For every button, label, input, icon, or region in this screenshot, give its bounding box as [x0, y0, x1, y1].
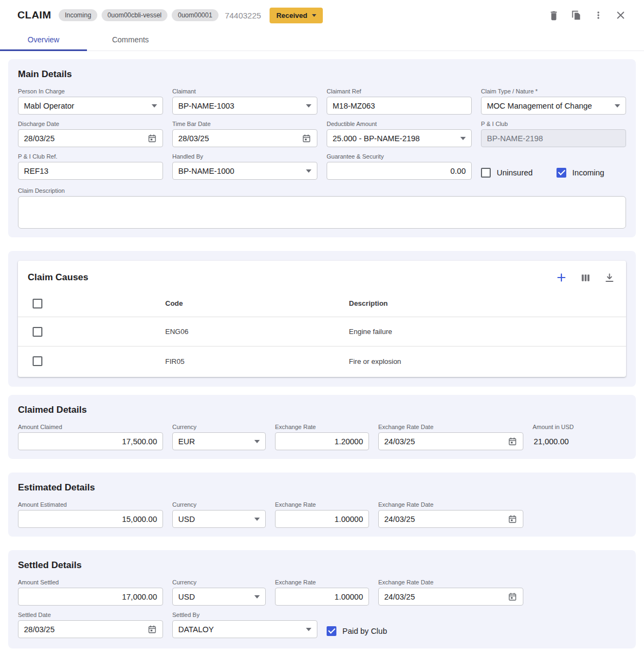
incoming-checkbox[interactable]: Incoming — [557, 168, 604, 178]
field-label: Settled By — [172, 612, 317, 618]
p-and-i-club-ref-input[interactable] — [18, 162, 163, 180]
time-bar-date-input[interactable] — [172, 129, 317, 147]
kebab-menu-icon — [593, 10, 604, 21]
settled-details-section: Settled Details Amount Settled Currency … — [8, 550, 636, 648]
field-guarantee-security: Guarantee & Security — [327, 153, 472, 181]
estimated-exchange-rate-date-input[interactable] — [378, 510, 523, 528]
calendar-icon[interactable] — [302, 134, 311, 143]
field-person-in-charge: Person In Charge Mabl Operator — [18, 88, 163, 115]
row-checkbox[interactable] — [33, 356, 42, 366]
field-estimated-exchange-rate: Exchange Rate — [275, 501, 369, 528]
calendar-icon[interactable] — [508, 592, 517, 602]
calendar-icon[interactable] — [508, 514, 517, 524]
settled-exchange-rate-date-input[interactable] — [378, 588, 523, 606]
field-label: Claim Type / Nature * — [481, 88, 626, 95]
chevron-down-icon — [615, 104, 620, 108]
claimed-exchange-rate-input[interactable] — [275, 432, 369, 450]
amount-settled-input[interactable] — [18, 588, 163, 606]
field-claimed-currency: Currency EUR — [172, 424, 266, 450]
uninsured-checkbox[interactable]: Uninsured — [481, 168, 533, 178]
checkbox-checked-icon — [557, 168, 566, 178]
claimant-ref-input[interactable] — [327, 97, 472, 115]
claimant-select[interactable]: BP-NAME-1003 — [172, 97, 317, 115]
table-row[interactable]: ENG06 Engine failure — [18, 317, 626, 347]
field-label: Time Bar Date — [172, 121, 317, 127]
field-label: Person In Charge — [18, 88, 163, 95]
p-and-i-club-readonly: BP-NAME-2198 — [481, 129, 626, 147]
claimed-currency-select[interactable]: EUR — [172, 432, 266, 450]
close-button[interactable] — [614, 8, 628, 22]
estimated-currency-select[interactable]: USD — [172, 510, 266, 528]
chevron-down-icon — [460, 137, 466, 140]
claim-causes-section: Claim Causes Code Description ENG06 Engi… — [8, 251, 636, 387]
field-settled-currency: Currency USD — [172, 579, 266, 606]
amount-in-usd-value: 21,000.00 — [533, 432, 620, 450]
table-header-row: Code Description — [18, 290, 626, 317]
window-header: CLAIM Incoming 0uom00cbli-vessel 0uom000… — [0, 0, 644, 30]
status-dropdown-button[interactable]: Received — [270, 8, 323, 23]
chevron-down-icon — [306, 169, 311, 173]
field-label: P & I Club Ref. — [18, 153, 163, 160]
column-header-description: Description — [349, 299, 626, 307]
handled-by-select[interactable]: BP-NAME-1000 — [172, 162, 317, 180]
field-time-bar-date: Time Bar Date — [172, 121, 317, 147]
field-label: Exchange Rate Date — [378, 501, 523, 508]
card-title: Claim Causes — [28, 272, 89, 283]
settled-exchange-rate-input[interactable] — [275, 588, 369, 606]
calendar-icon[interactable] — [147, 625, 157, 634]
section-title: Main Details — [18, 69, 626, 80]
select-all-checkbox[interactable] — [33, 299, 42, 308]
calendar-icon[interactable] — [508, 437, 517, 446]
guarantee-security-input[interactable] — [327, 162, 472, 180]
field-label: Guarantee & Security — [327, 153, 472, 160]
settled-by-select[interactable]: DATALOY — [172, 620, 317, 638]
field-label: Discharge Date — [18, 121, 163, 127]
field-label: Deductible Amount — [327, 121, 472, 127]
field-discharge-date: Discharge Date — [18, 121, 163, 147]
chevron-down-icon — [312, 14, 316, 17]
vessel-badge: 0uom00cbli-vessel — [102, 9, 167, 21]
delete-button[interactable] — [547, 8, 561, 22]
duplicate-button[interactable] — [569, 8, 583, 22]
claim-type-select[interactable]: MOC Management of Change — [481, 97, 626, 115]
add-icon — [555, 272, 567, 284]
cause-code-cell: FIR05 — [165, 357, 349, 366]
export-button[interactable] — [602, 270, 616, 285]
settled-currency-select[interactable]: USD — [172, 588, 266, 606]
person-in-charge-select[interactable]: Mabl Operator — [18, 97, 163, 115]
tab-bar: Overview Comments — [0, 30, 644, 51]
field-p-and-i-club: P & I Club BP-NAME-2198 — [481, 121, 626, 147]
calendar-icon[interactable] — [147, 134, 157, 143]
field-label: Exchange Rate — [275, 424, 369, 430]
field-amount-settled: Amount Settled — [18, 579, 163, 606]
estimated-exchange-rate-input[interactable] — [275, 510, 369, 528]
field-settled-exchange-rate: Exchange Rate — [275, 579, 369, 606]
amount-claimed-input[interactable] — [18, 432, 163, 450]
discharge-date-input[interactable] — [18, 129, 163, 147]
claimed-exchange-rate-date-input[interactable] — [378, 432, 523, 450]
claim-description-input[interactable] — [18, 196, 626, 229]
estimated-details-section: Estimated Details Amount Estimated Curre… — [8, 473, 636, 537]
close-icon — [615, 9, 627, 21]
amount-estimated-input[interactable] — [18, 510, 163, 528]
field-label: Exchange Rate — [275, 579, 369, 585]
paid-by-club-checkbox[interactable]: Paid by Club — [327, 626, 387, 636]
add-claim-cause-button[interactable] — [554, 270, 568, 285]
field-label: Claim Description — [18, 187, 626, 194]
field-settled-date: Settled Date — [18, 612, 163, 640]
field-handled-by: Handled By BP-NAME-1000 — [172, 153, 317, 181]
tab-comments[interactable]: Comments — [87, 30, 174, 51]
row-checkbox[interactable] — [33, 327, 42, 337]
column-settings-button[interactable] — [578, 270, 592, 285]
field-claimant-ref: Claimant Ref — [327, 88, 472, 115]
column-header-code: Code — [165, 299, 349, 307]
deductible-amount-select[interactable]: 25.000 - BP-NAME-2198 — [327, 129, 472, 147]
checkbox-icon — [481, 168, 491, 178]
table-row[interactable]: FIR05 Fire or explosion — [18, 347, 626, 376]
settled-date-input[interactable] — [18, 620, 163, 638]
field-label: Exchange Rate Date — [378, 424, 523, 430]
field-label: Claimant Ref — [327, 88, 472, 95]
field-claim-type: Claim Type / Nature * MOC Management of … — [481, 88, 626, 115]
tab-overview[interactable]: Overview — [0, 30, 87, 51]
more-options-button[interactable] — [591, 8, 605, 22]
